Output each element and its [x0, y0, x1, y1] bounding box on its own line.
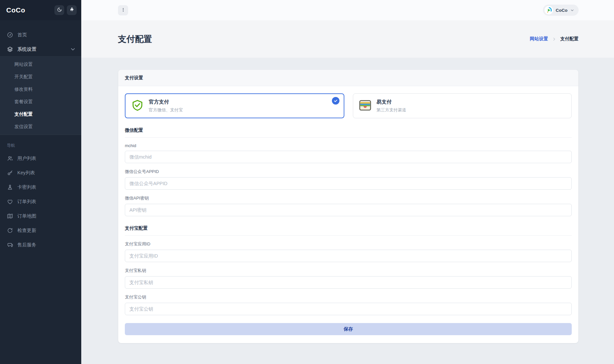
system-settings-submenu: 网站设置 开关配置 修改资料 套餐设置 支付配置 发信设置	[0, 56, 81, 135]
sidebar-header: CoCo	[0, 0, 81, 20]
field-mchid: mchid	[125, 143, 572, 163]
layers-icon	[7, 46, 13, 52]
sidebar-item-label: 开关配置	[14, 74, 33, 80]
menu-button[interactable]	[118, 5, 128, 15]
breadcrumb-link-site-settings[interactable]: 网站设置	[530, 36, 548, 42]
sidebar-item-label: Key列表	[17, 170, 76, 176]
sidebar-item-label: 首页	[17, 32, 76, 38]
field-label: 支付宝私钥	[125, 268, 572, 274]
sidebar-item-label: 支付配置	[14, 111, 33, 117]
wechat-appid-input[interactable]	[125, 177, 572, 190]
avatar	[545, 6, 553, 14]
sidebar-item-mail-settings[interactable]: 发信设置	[0, 121, 81, 133]
sidebar-item-label: 订单地图	[17, 213, 76, 219]
sidebar-item-label: 发信设置	[14, 124, 33, 130]
user-menu[interactable]: CoCo	[543, 5, 579, 16]
sidebar-item-key-list[interactable]: Key列表	[0, 165, 81, 180]
field-wechat-appid: 微信公众号APPID	[125, 169, 572, 190]
sidebar-item-after-sales[interactable]: 售后服务	[0, 238, 81, 252]
payment-settings-card: 支付设置 官方支付 官方微信、支付宝	[118, 69, 579, 343]
field-label: 支付宝应用ID	[125, 241, 572, 247]
chevron-right-icon	[552, 37, 557, 42]
sidebar-item-label: 卡密列表	[17, 184, 76, 190]
topbar: CoCo	[81, 0, 614, 20]
payment-method-epay[interactable]: 易支付 第三方支付渠道	[353, 93, 572, 118]
sidebar-item-label: 售后服务	[17, 242, 76, 248]
dashboard-icon	[7, 32, 13, 38]
heart-icon	[7, 199, 13, 205]
card-header: 支付设置	[118, 70, 578, 86]
card-body: 官方支付 官方微信、支付宝 易支付 第三方支付渠道	[118, 86, 578, 343]
wallet-icon	[359, 100, 371, 112]
wechat-section-title: 微信配置	[125, 127, 572, 138]
field-label: 微信API密钥	[125, 195, 572, 201]
brush-icon	[69, 7, 74, 13]
wechat-api-key-input[interactable]	[125, 204, 572, 216]
sidebar-actions	[54, 5, 77, 15]
method-text: 官方支付 官方微信、支付宝	[149, 99, 183, 113]
stamp-icon	[7, 184, 13, 190]
save-button[interactable]: 保存	[125, 323, 572, 335]
kebab-icon	[121, 8, 125, 13]
page-title: 支付配置	[118, 33, 152, 45]
sidebar-item-label: 系统设置	[17, 46, 66, 52]
alipay-appid-input[interactable]	[125, 250, 572, 262]
field-label: 支付宝公钥	[125, 294, 572, 300]
alipay-private-key-input[interactable]	[125, 276, 572, 289]
sidebar: CoCo 首页 系统设置 网站设置 开关配置	[0, 0, 81, 364]
shield-check-icon	[131, 99, 144, 113]
sidebar-item-check-update[interactable]: 检查更新	[0, 223, 81, 238]
payment-method-official[interactable]: 官方支付 官方微信、支付宝	[125, 93, 344, 118]
field-label: mchid	[125, 143, 572, 148]
field-label: 微信公众号APPID	[125, 169, 572, 175]
sidebar-item-label: 网站设置	[14, 62, 33, 67]
sidebar-section-label: 导航	[0, 143, 81, 148]
dark-mode-button[interactable]	[54, 5, 64, 15]
users-icon	[7, 155, 13, 162]
alipay-public-key-input[interactable]	[125, 303, 572, 315]
method-name: 易支付	[376, 99, 406, 105]
sidebar-item-label: 订单列表	[17, 199, 76, 205]
sidebar-item-site-settings[interactable]: 网站设置	[0, 58, 81, 71]
sidebar-item-package-settings[interactable]: 套餐设置	[0, 96, 81, 108]
chat-icon	[7, 242, 13, 248]
method-desc: 官方微信、支付宝	[149, 107, 183, 113]
field-wechat-api-key: 微信API密钥	[125, 195, 572, 216]
chevron-down-icon	[570, 8, 574, 12]
sidebar-item-label: 套餐设置	[14, 99, 33, 105]
sidebar-item-user-list[interactable]: 用户列表	[0, 151, 81, 165]
chevron-down-icon	[70, 46, 76, 52]
alipay-section-title: 支付宝配置	[125, 225, 572, 236]
refresh-icon	[7, 227, 13, 234]
sidebar-item-payment-config[interactable]: 支付配置	[0, 108, 81, 121]
app-logo: CoCo	[6, 6, 25, 14]
method-name: 官方支付	[149, 99, 183, 105]
breadcrumb: 网站设置 支付配置	[530, 36, 579, 42]
page-header: 支付配置 网站设置 支付配置	[81, 20, 614, 58]
field-alipay-appid: 支付宝应用ID	[125, 241, 572, 262]
sidebar-item-label: 用户列表	[17, 155, 76, 162]
selected-check-icon	[332, 97, 339, 105]
content-area: 支付设置 官方支付 官方微信、支付宝	[81, 58, 614, 364]
method-desc: 第三方支付渠道	[376, 107, 406, 113]
sidebar-item-order-map[interactable]: 订单地图	[0, 209, 81, 223]
theme-button[interactable]	[67, 5, 77, 15]
sidebar-item-label: 修改资料	[14, 86, 33, 92]
payment-method-options: 官方支付 官方微信、支付宝 易支付 第三方支付渠道	[125, 93, 572, 118]
sidebar-item-edit-profile[interactable]: 修改资料	[0, 83, 81, 96]
sidebar-item-order-list[interactable]: 订单列表	[0, 194, 81, 209]
method-text: 易支付 第三方支付渠道	[376, 99, 406, 113]
breadcrumb-current: 支付配置	[560, 36, 579, 42]
main-area: CoCo 支付配置 网站设置 支付配置 支付设置	[81, 0, 614, 364]
key-icon	[7, 170, 13, 176]
mchid-input[interactable]	[125, 151, 572, 163]
sidebar-item-switch-config[interactable]: 开关配置	[0, 71, 81, 83]
field-alipay-private-key: 支付宝私钥	[125, 268, 572, 289]
field-alipay-public-key: 支付宝公钥	[125, 294, 572, 315]
sidebar-item-system-settings[interactable]: 系统设置	[0, 42, 81, 56]
sidebar-item-home[interactable]: 首页	[0, 28, 81, 42]
sidebar-item-card-key-list[interactable]: 卡密列表	[0, 180, 81, 194]
user-name: CoCo	[556, 8, 567, 13]
sidebar-nav: 首页 系统设置 网站设置 开关配置 修改资料 套餐设置 支付配置 发信设置 导航…	[0, 20, 81, 252]
moon-icon	[57, 7, 62, 13]
